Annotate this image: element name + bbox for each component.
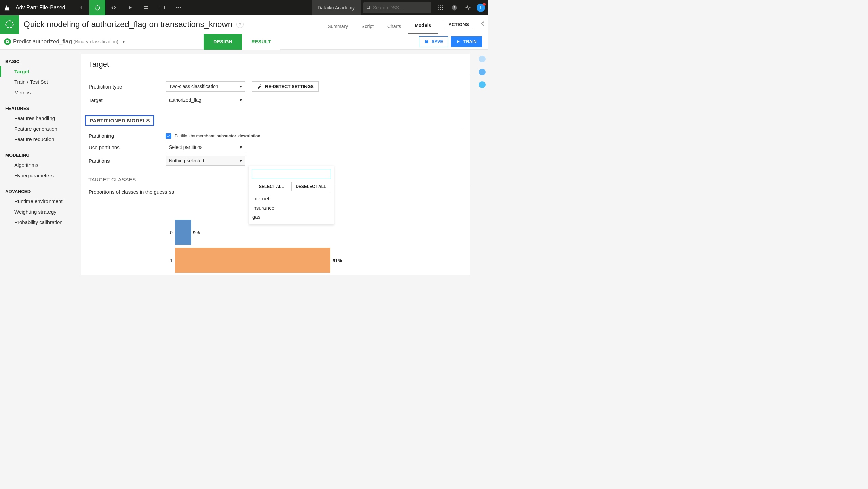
sidebar-item-algorithms[interactable]: Algorithms (0, 160, 81, 170)
search-icon (366, 5, 371, 10)
partition-filter-input[interactable] (252, 169, 331, 179)
wand-icon (257, 84, 262, 89)
select-all-button[interactable]: SELECT ALL (252, 182, 291, 191)
svg-rect-9 (438, 9, 439, 10)
sidebar-item-probcal[interactable]: Probability calibration (0, 217, 81, 228)
sidebar-item-feat-handling[interactable]: Features handling (0, 113, 81, 123)
user-avatar[interactable]: T (477, 4, 485, 12)
target-select[interactable]: authorized_flag▾ (166, 95, 245, 105)
svg-rect-4 (440, 5, 441, 6)
sidebar-item-runtime[interactable]: Runtime environment (0, 196, 81, 207)
deselect-all-button[interactable]: DESELECT ALL (291, 182, 331, 191)
panel-title: Target (81, 54, 470, 75)
partitions-dropdown: SELECT ALL DESELECT ALL internet insuran… (249, 166, 334, 224)
actions-button[interactable]: ACTIONS (443, 19, 474, 30)
sidebar-item-target[interactable]: Target (0, 66, 81, 77)
partitions-value: Nothing selected (169, 158, 204, 163)
tab-script[interactable]: Script (355, 24, 380, 34)
sidebar-item-feat-gen[interactable]: Feature generation (0, 123, 81, 134)
svg-point-2 (367, 6, 370, 8)
sb-heading-advanced: ADVANCED (0, 187, 81, 196)
partitions-label: Partitions (88, 158, 166, 164)
mode-result[interactable]: RESULT (242, 34, 280, 50)
partitioning-label: Partitioning (88, 133, 166, 139)
flow-icon[interactable] (73, 0, 89, 15)
code-icon[interactable] (105, 0, 122, 15)
sb-heading-modeling: MODELING (0, 151, 81, 160)
svg-rect-5 (442, 5, 443, 6)
train-label: TRAIN (463, 39, 477, 44)
add-icon[interactable] (479, 56, 486, 62)
chevron-down-icon[interactable]: ▼ (122, 39, 126, 44)
more-icon[interactable]: ••• (171, 0, 187, 15)
sidebar-item-metrics[interactable]: Metrics (0, 87, 81, 98)
partitioned-models-heading: PARTITIONED MODELS (85, 115, 154, 126)
tab-charts[interactable]: Charts (380, 24, 408, 34)
dataiku-logo-icon[interactable] (3, 4, 11, 12)
svg-rect-7 (440, 7, 441, 8)
prediction-type-label: Prediction type (88, 84, 166, 90)
back-icon[interactable] (479, 20, 486, 28)
stack-icon[interactable] (138, 0, 154, 15)
sidebar-item-weighting[interactable]: Weighting strategy (0, 207, 81, 217)
chat-icon[interactable] (479, 81, 486, 88)
apps-grid-icon[interactable] (434, 5, 448, 11)
partition-desc: Partition by merchant_subsector_descript… (175, 134, 261, 138)
bar-value-0: 9% (193, 230, 200, 235)
project-title[interactable]: Adv Part: File-Based (16, 5, 65, 11)
refresh-icon[interactable]: ⟳ (236, 21, 244, 28)
chevron-down-icon: ▾ (240, 144, 242, 150)
info-icon[interactable] (479, 69, 486, 75)
subheader: Predict authorized_flag (Binary classifi… (0, 34, 488, 50)
play-icon (456, 40, 460, 44)
option-insurance[interactable]: insurance (252, 203, 331, 212)
train-button[interactable]: TRAIN (451, 36, 482, 47)
partitions-select[interactable]: Nothing selected▾ (166, 156, 245, 166)
chevron-down-icon: ▾ (240, 158, 242, 163)
recipe-icon[interactable] (89, 0, 105, 15)
svg-rect-1 (160, 6, 165, 9)
recipe-badge-icon (0, 15, 19, 34)
help-icon[interactable]: ? (448, 5, 461, 11)
save-icon (424, 39, 429, 44)
bar-value-1: 91% (333, 258, 342, 263)
task-name: Predict authorized_flag (13, 38, 72, 45)
screen-icon[interactable] (154, 0, 171, 15)
save-label: SAVE (432, 39, 443, 44)
bar-label-0: 0 (170, 230, 173, 235)
sb-heading-features: FEATURES (0, 104, 81, 113)
sidebar-item-hyperparams[interactable]: Hyperparameters (0, 170, 81, 181)
save-button[interactable]: SAVE (419, 36, 448, 47)
tab-models[interactable]: Models (408, 23, 438, 34)
partitioning-checkbox[interactable] (166, 133, 171, 139)
run-icon[interactable] (122, 0, 138, 15)
right-rail (476, 50, 488, 275)
option-gas[interactable]: gas (252, 212, 331, 221)
svg-rect-8 (442, 7, 443, 8)
chevron-down-icon: ▾ (240, 84, 242, 89)
global-search[interactable] (363, 2, 431, 13)
task-subtype: (Binary classification) (74, 39, 118, 44)
sidebar-item-feat-red[interactable]: Feature reduction (0, 134, 81, 144)
activity-icon[interactable] (461, 5, 475, 11)
sb-heading-basic: BASIC (0, 57, 81, 66)
prediction-type-select[interactable]: Two-class classification▾ (166, 81, 245, 92)
search-input[interactable] (373, 5, 424, 11)
content-panel: Target Prediction type Two-class classif… (81, 54, 470, 275)
topbar: Adv Part: File-Based ••• Dataiku Academy… (0, 0, 488, 15)
task-breadcrumb[interactable]: Predict authorized_flag (Binary classifi… (13, 38, 118, 45)
use-partitions-value: Select partitions (169, 144, 203, 150)
tab-summary[interactable]: Summary (321, 24, 355, 34)
bar-label-1: 1 (170, 258, 173, 263)
redetect-button[interactable]: RE-DETECT SETTINGS (252, 81, 319, 92)
academy-link[interactable]: Dataiku Academy (312, 0, 361, 15)
use-partitions-select[interactable]: Select partitions▾ (166, 142, 245, 152)
svg-rect-10 (440, 9, 441, 10)
mode-design[interactable]: DESIGN (204, 34, 242, 50)
redetect-label: RE-DETECT SETTINGS (265, 84, 314, 89)
option-internet[interactable]: internet (252, 194, 331, 203)
bar-0 (175, 220, 191, 245)
sidebar-item-train-test[interactable]: Train / Test Set (0, 77, 81, 87)
task-icon (4, 38, 11, 45)
svg-point-0 (95, 5, 99, 10)
